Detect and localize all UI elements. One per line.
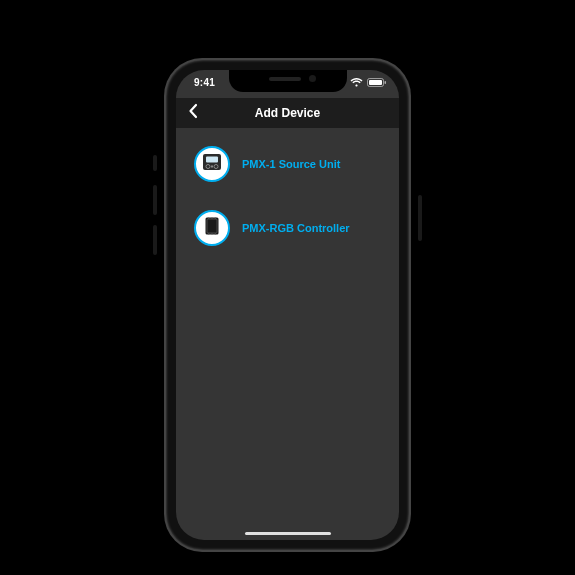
device-label: PMX-1 Source Unit — [242, 158, 340, 170]
rgb-controller-icon — [200, 214, 224, 242]
back-button[interactable] — [182, 102, 204, 124]
source-unit-icon — [200, 150, 224, 178]
wifi-icon — [350, 78, 363, 87]
chevron-left-icon — [188, 103, 199, 123]
svg-rect-12 — [206, 218, 219, 235]
svg-rect-19 — [215, 233, 216, 234]
svg-rect-17 — [208, 233, 209, 234]
notch — [229, 70, 347, 92]
nav-bar: Add Device — [176, 98, 399, 128]
status-time: 9:41 — [194, 77, 215, 88]
svg-rect-6 — [385, 81, 387, 84]
page-title: Add Device — [255, 106, 320, 120]
volume-down-button — [153, 225, 157, 255]
power-button — [418, 195, 422, 241]
screen: 9:41 — [176, 70, 399, 540]
device-row-pmxrgb[interactable]: PMX-RGB Controller — [186, 206, 389, 250]
svg-rect-8 — [206, 157, 218, 163]
volume-up-button — [153, 185, 157, 215]
device-list: PMX-1 Source Unit — [176, 128, 399, 284]
device-icon-pmx1 — [194, 146, 230, 182]
home-indicator[interactable] — [245, 532, 331, 535]
svg-rect-15 — [212, 218, 213, 219]
battery-icon — [367, 78, 387, 87]
phone-frame: 9:41 — [166, 60, 409, 550]
device-icon-pmxrgb — [194, 210, 230, 246]
svg-rect-11 — [211, 166, 213, 168]
svg-rect-14 — [208, 218, 209, 219]
svg-rect-16 — [215, 218, 216, 219]
svg-rect-5 — [369, 80, 382, 85]
device-row-pmx1[interactable]: PMX-1 Source Unit — [186, 142, 389, 186]
mute-switch — [153, 155, 157, 171]
svg-rect-18 — [212, 233, 213, 234]
device-label: PMX-RGB Controller — [242, 222, 350, 234]
